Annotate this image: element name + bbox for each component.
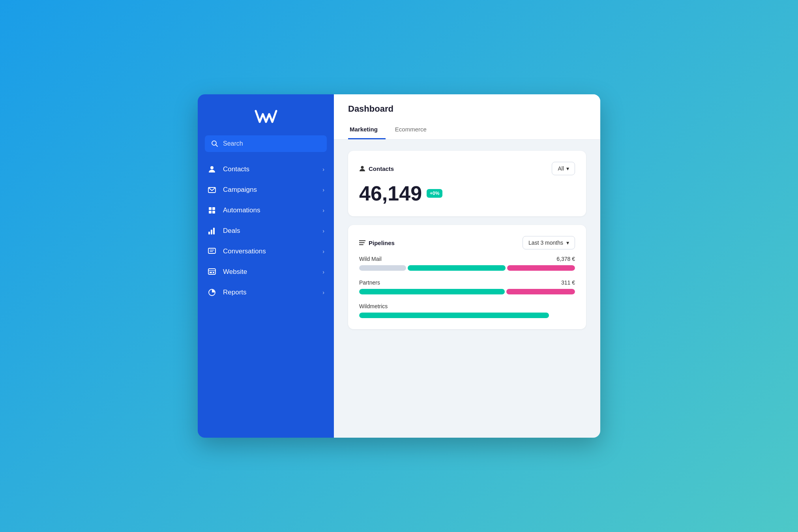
logo — [198, 94, 334, 135]
partners-name: Partners — [359, 279, 380, 286]
svg-point-2 — [210, 166, 214, 169]
svg-rect-8 — [208, 232, 210, 234]
website-label: Website — [223, 268, 316, 276]
svg-rect-16 — [210, 272, 212, 273]
partners-bar — [359, 289, 575, 294]
contacts-label: Contacts — [223, 165, 316, 173]
contacts-card-icon — [359, 165, 365, 172]
contacts-card-title: Contacts — [359, 165, 394, 172]
contacts-card: Contacts All ▾ 46,149 +0% — [348, 151, 586, 216]
tabs: Marketing Ecommerce — [348, 122, 586, 139]
website-arrow: › — [322, 269, 324, 275]
main-body: Contacts All ▾ 46,149 +0% — [334, 140, 600, 438]
svg-rect-10 — [213, 228, 215, 234]
partners-bar-green — [359, 289, 505, 294]
pipelines-filter-label: Last 3 months — [528, 240, 563, 246]
partners-bar-red — [506, 289, 575, 294]
svg-rect-5 — [212, 207, 215, 210]
search-label: Search — [223, 140, 243, 147]
deals-arrow: › — [322, 228, 324, 234]
conversations-arrow: › — [322, 248, 324, 255]
wildmetrics-bar-green — [359, 313, 549, 318]
wildmail-name: Wild Mail — [359, 256, 382, 262]
conversations-icon — [207, 247, 217, 256]
sidebar-item-website[interactable]: Website › — [198, 262, 334, 282]
deals-icon — [207, 226, 217, 236]
svg-point-19 — [361, 166, 364, 169]
conversations-label: Conversations — [223, 247, 316, 255]
sidebar-item-conversations[interactable]: Conversations › — [198, 241, 334, 262]
wildmail-bar — [359, 265, 575, 271]
campaigns-label: Campaigns — [223, 186, 316, 194]
pipelines-icon — [359, 240, 365, 245]
pipelines-filter-arrow: ▾ — [566, 240, 569, 246]
svg-rect-17 — [213, 272, 214, 273]
pipelines-filter-dropdown[interactable]: Last 3 months ▾ — [523, 236, 575, 249]
wildmail-value: 6,378 € — [556, 256, 575, 262]
sidebar-item-deals[interactable]: Deals › — [198, 221, 334, 241]
campaigns-arrow: › — [322, 187, 324, 193]
automations-arrow: › — [322, 207, 324, 214]
contacts-filter-dropdown[interactable]: All ▾ — [552, 162, 575, 175]
sidebar-item-contacts[interactable]: Contacts › — [198, 159, 334, 180]
search-icon — [211, 140, 218, 147]
nav-menu: Contacts › Campaigns › — [198, 156, 334, 306]
wildmail-bar-gray — [359, 265, 406, 271]
contacts-filter-arrow: ▾ — [566, 165, 569, 172]
wildmetrics-name: Wildmetrics — [359, 303, 388, 309]
wildmetrics-bar — [359, 313, 575, 318]
pipelines-card-title: Pipelines — [359, 240, 395, 246]
sidebar-item-automations[interactable]: Automations › — [198, 200, 334, 221]
search-bar[interactable]: Search — [205, 135, 327, 152]
pipelines-card: Pipelines Last 3 months ▾ Wild Mail 6,37… — [348, 225, 586, 329]
contacts-badge: +0% — [427, 189, 442, 198]
svg-rect-4 — [209, 207, 212, 210]
svg-rect-6 — [209, 211, 212, 214]
page-title: Dashboard — [348, 104, 586, 114]
automations-label: Automations — [223, 206, 316, 214]
pipeline-item-wildmail: Wild Mail 6,378 € — [359, 256, 575, 271]
svg-rect-11 — [208, 248, 215, 253]
sidebar-item-campaigns[interactable]: Campaigns › — [198, 180, 334, 200]
pipeline-item-wildmetrics: Wildmetrics — [359, 303, 575, 318]
wildmail-bar-green — [408, 265, 506, 271]
svg-rect-7 — [212, 211, 215, 214]
campaigns-icon — [207, 185, 217, 195]
contacts-card-label: Contacts — [369, 165, 394, 172]
sidebar-item-reports[interactable]: Reports › — [198, 282, 334, 303]
tab-marketing[interactable]: Marketing — [348, 122, 386, 139]
tab-ecommerce[interactable]: Ecommerce — [393, 122, 435, 139]
pipelines-card-header: Pipelines Last 3 months ▾ — [359, 236, 575, 249]
contacts-count: 46,149 — [359, 182, 422, 205]
pipelines-card-label: Pipelines — [369, 240, 395, 246]
main-header: Dashboard Marketing Ecommerce — [334, 94, 600, 140]
contacts-arrow: › — [322, 166, 324, 172]
svg-line-1 — [216, 145, 218, 147]
partners-value: 311 € — [561, 279, 575, 286]
app-window: Search Contacts › — [198, 94, 600, 438]
contacts-value-row: 46,149 +0% — [359, 182, 575, 205]
reports-icon — [207, 288, 217, 297]
contacts-card-header: Contacts All ▾ — [359, 162, 575, 175]
website-icon — [207, 267, 217, 277]
automations-icon — [207, 206, 217, 215]
svg-rect-14 — [208, 269, 215, 274]
sidebar: Search Contacts › — [198, 94, 334, 438]
contacts-filter-label: All — [558, 165, 564, 172]
reports-arrow: › — [322, 289, 324, 296]
reports-label: Reports — [223, 288, 316, 296]
user-icon — [207, 165, 217, 174]
deals-label: Deals — [223, 227, 316, 235]
main-content: Dashboard Marketing Ecommerce — [334, 94, 600, 438]
svg-rect-9 — [211, 230, 212, 234]
pipeline-item-partners: Partners 311 € — [359, 279, 575, 294]
logo-icon — [254, 109, 278, 124]
wildmail-bar-red — [507, 265, 575, 271]
